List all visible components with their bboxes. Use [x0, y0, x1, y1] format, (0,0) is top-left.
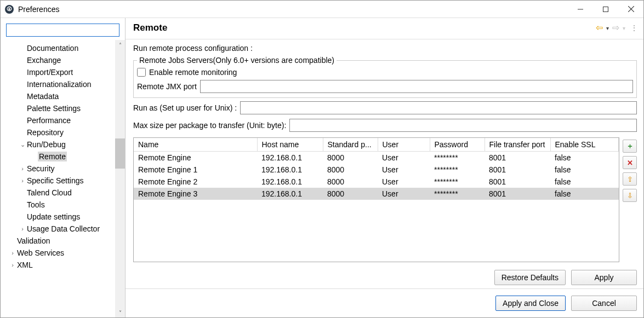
move-up-button[interactable]: ⇧	[623, 172, 637, 186]
preferences-window: ⦿ Preferences ›Documentation›Exchange›Im…	[0, 0, 644, 318]
cell-name[interactable]: Remote Engine 1	[134, 164, 257, 176]
col-ssl[interactable]: Enable SSL	[550, 138, 619, 152]
cell-name[interactable]: Remote Engine 2	[134, 176, 257, 188]
move-down-button[interactable]: ⇩	[623, 189, 637, 202]
col-user[interactable]: User	[378, 138, 430, 152]
nav-forward-menu-icon[interactable]: ▾	[623, 25, 625, 31]
cell-std[interactable]: 8000	[323, 164, 378, 176]
table-header-row[interactable]: Name Host name Standard p... User Passwo…	[134, 138, 619, 152]
tree-item-label: Web Services	[17, 248, 64, 257]
tree-item[interactable]: ›Usage Data Collector	[1, 223, 115, 235]
col-host[interactable]: Host name	[257, 138, 323, 152]
nav-back-icon[interactable]: ⇦	[595, 24, 604, 32]
cell-ssl[interactable]: false	[550, 164, 619, 176]
tree-item[interactable]: ›Internationalization	[1, 78, 115, 90]
view-menu-icon[interactable]: ⋮	[628, 24, 637, 32]
scroll-thumb[interactable]	[115, 138, 125, 169]
minimize-button[interactable]	[568, 1, 593, 18]
close-button[interactable]	[618, 1, 643, 18]
cell-ftp[interactable]: 8001	[485, 164, 550, 176]
apply-and-close-button[interactable]: Apply and Close	[495, 296, 566, 311]
chevron-right-icon[interactable]: ›	[18, 165, 27, 172]
scroll-down-icon[interactable]: ˅	[115, 308, 125, 317]
chevron-right-icon[interactable]: ›	[18, 177, 27, 184]
tree-item[interactable]: ›Exchange	[1, 54, 115, 66]
add-row-button[interactable]: ＋	[623, 140, 637, 153]
table-row[interactable]: Remote Engine 1192.168.0.18000User******…	[134, 164, 619, 176]
servers-table[interactable]: Name Host name Standard p... User Passwo…	[133, 137, 619, 262]
nav-back-menu-icon[interactable]: ▾	[606, 25, 609, 31]
table-row[interactable]: Remote Engine 2192.168.0.18000User******…	[134, 176, 619, 188]
enable-monitoring-checkbox[interactable]	[137, 68, 146, 77]
runas-input[interactable]	[240, 101, 637, 114]
maximize-button[interactable]	[593, 1, 618, 18]
tree-item[interactable]: ›Validation	[1, 235, 115, 247]
enable-monitoring-label[interactable]: Enable remote monitoring	[149, 68, 237, 77]
remove-row-button[interactable]: ✕	[623, 156, 637, 169]
tree-item[interactable]: ›Web Services	[1, 247, 115, 259]
tree-item[interactable]: ›Tools	[1, 199, 115, 211]
cell-ssl[interactable]: false	[550, 176, 619, 188]
tree-item[interactable]: ›Palette Settings	[1, 102, 115, 114]
cell-ssl[interactable]: false	[550, 188, 619, 200]
col-pw[interactable]: Password	[430, 138, 485, 152]
tree-item[interactable]: ›Repository	[1, 126, 115, 138]
tree-item[interactable]: ›Specific Settings	[1, 175, 115, 187]
cell-std[interactable]: 8000	[323, 188, 378, 200]
nav-forward-icon[interactable]: ⇨	[611, 24, 620, 32]
cancel-button[interactable]: Cancel	[571, 296, 637, 311]
cell-name[interactable]: Remote Engine 3	[134, 188, 257, 200]
section-label: Run remote process configuration :	[133, 44, 637, 53]
tree-item[interactable]: ›Documentation	[1, 42, 115, 54]
table-row[interactable]: Remote Engine192.168.0.18000User********…	[134, 152, 619, 164]
tree-item[interactable]: ›XML	[1, 259, 115, 271]
chevron-right-icon[interactable]: ›	[18, 226, 27, 232]
cell-host[interactable]: 192.168.0.1	[257, 188, 323, 200]
maxsize-input[interactable]	[289, 119, 637, 132]
col-name[interactable]: Name	[134, 138, 257, 152]
maxsize-label: Max size per package to transfer (Unit: …	[133, 121, 286, 130]
cell-name[interactable]: Remote Engine	[134, 152, 257, 164]
tree-item[interactable]: ⌄Run/Debug	[1, 138, 115, 151]
chevron-right-icon[interactable]: ›	[8, 262, 17, 268]
cell-host[interactable]: 192.168.0.1	[257, 164, 323, 176]
tree-item[interactable]: ›Performance	[1, 114, 115, 126]
cell-pw[interactable]: ********	[430, 164, 485, 176]
remote-servers-group: Remote Jobs Servers(Only 6.0+ versions a…	[133, 56, 637, 98]
cell-user[interactable]: User	[378, 164, 430, 176]
cell-pw[interactable]: ********	[430, 152, 485, 164]
search-input[interactable]	[6, 24, 119, 37]
sidebar: ›Documentation›Exchange›Import/Export›In…	[1, 18, 126, 317]
col-ftp[interactable]: File transfer port	[485, 138, 550, 152]
cell-std[interactable]: 8000	[323, 176, 378, 188]
cell-pw[interactable]: ********	[430, 176, 485, 188]
cell-user[interactable]: User	[378, 188, 430, 200]
tree-item[interactable]: ›Talend Cloud	[1, 187, 115, 199]
table-row[interactable]: Remote Engine 3192.168.0.18000User******…	[134, 188, 619, 200]
cell-host[interactable]: 192.168.0.1	[257, 176, 323, 188]
tree-item[interactable]: ›Security	[1, 163, 115, 175]
chevron-right-icon[interactable]: ›	[8, 250, 17, 256]
cell-ftp[interactable]: 8001	[485, 188, 550, 200]
tree-item[interactable]: ›Update settings	[1, 211, 115, 223]
tree-scrollbar[interactable]: ˄ ˅	[115, 40, 125, 317]
cell-ftp[interactable]: 8001	[485, 176, 550, 188]
cell-ssl[interactable]: false	[550, 152, 619, 164]
dialog-footer: Apply and Close Cancel	[126, 288, 643, 317]
tree-item[interactable]: ›Metadata	[1, 90, 115, 102]
cell-ftp[interactable]: 8001	[485, 152, 550, 164]
chevron-down-icon[interactable]: ⌄	[18, 141, 27, 148]
cell-std[interactable]: 8000	[323, 152, 378, 164]
restore-defaults-button[interactable]: Restore Defaults	[494, 270, 566, 285]
tree-item[interactable]: ›Import/Export	[1, 66, 115, 78]
jmx-port-input[interactable]	[200, 80, 633, 93]
cell-user[interactable]: User	[378, 152, 430, 164]
col-std[interactable]: Standard p...	[323, 138, 378, 152]
tree-item-label: Talend Cloud	[27, 188, 72, 197]
tree-item[interactable]: ›Remote	[1, 151, 115, 163]
cell-pw[interactable]: ********	[430, 188, 485, 200]
apply-button[interactable]: Apply	[571, 270, 637, 285]
cell-user[interactable]: User	[378, 176, 430, 188]
cell-host[interactable]: 192.168.0.1	[257, 152, 323, 164]
scroll-up-icon[interactable]: ˄	[115, 40, 125, 50]
